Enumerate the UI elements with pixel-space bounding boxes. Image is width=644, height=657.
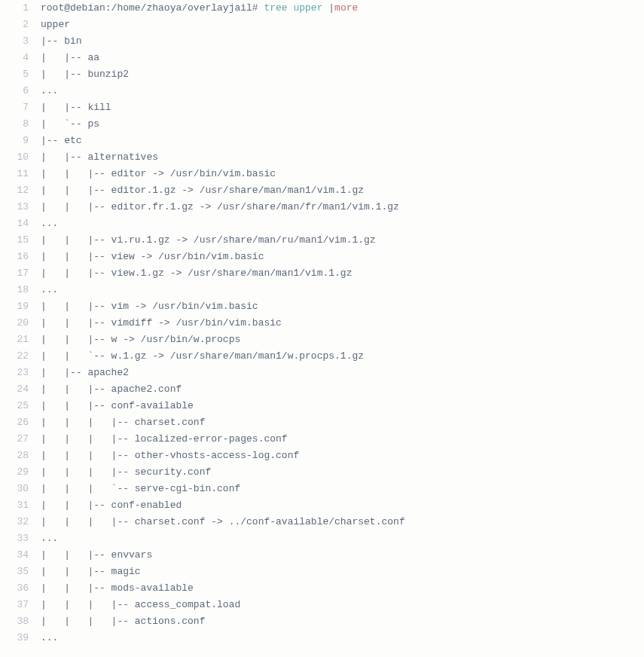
code-segment: | | |-- vi.ru.1.gz -> /usr/share/man/ru/… — [41, 234, 376, 246]
code-line: | | |-- view -> /usr/bin/vim.basic — [41, 249, 644, 265]
code-block: 1234567891011121314151617181920212223242… — [0, 0, 644, 646]
code-line: upper — [41, 17, 644, 33]
code-line: | | |-- vim -> /usr/bin/vim.basic — [41, 298, 644, 315]
code-segment: | | |-- w -> /usr/bin/w.procps — [41, 334, 240, 345]
code-segment: | | |-- view.1.gz -> /usr/share/man/man1… — [41, 267, 352, 279]
line-number: 22 — [0, 348, 29, 365]
code-line: | | |-- editor.1.gz -> /usr/share/man/ma… — [41, 182, 644, 199]
line-number: 3 — [0, 33, 29, 50]
line-number: 17 — [0, 265, 29, 282]
code-segment: | | | |-- charset.conf — [41, 417, 205, 428]
line-number: 33 — [0, 530, 29, 547]
line-number: 13 — [0, 199, 29, 215]
code-line: ... — [41, 83, 644, 99]
code-line: | | `-- w.1.gz -> /usr/share/man/man1/w.… — [41, 348, 644, 365]
code-segment: | |-- alternatives — [41, 151, 158, 163]
line-number: 29 — [0, 464, 29, 481]
code-segment: upper — [41, 19, 70, 30]
code-segment: | | |-- editor.1.gz -> /usr/share/man/ma… — [41, 185, 364, 196]
code-line: | | |-- editor -> /usr/bin/vim.basic — [41, 166, 644, 182]
code-segment: ... — [41, 632, 58, 643]
code-line: | |-- aa — [41, 50, 644, 66]
code-segment: | |-- bunzip2 — [41, 69, 129, 80]
code-segment: root@debian:/home/zhaoya/overlayjail# — [41, 2, 264, 14]
code-line: | | |-- editor.fr.1.gz -> /usr/share/man… — [41, 199, 644, 215]
code-segment: | | | |-- security.conf — [41, 466, 211, 478]
line-number: 11 — [0, 166, 29, 182]
line-number: 10 — [0, 149, 29, 166]
code-line: | | |-- mods-available — [41, 580, 644, 597]
code-segment: | `-- ps — [41, 118, 99, 130]
code-segment: |-- etc — [41, 135, 82, 146]
line-number: 4 — [0, 50, 29, 66]
line-number-gutter: 1234567891011121314151617181920212223242… — [0, 0, 35, 646]
code-segment: | | |-- vimdiff -> /usr/bin/vim.basic — [41, 317, 282, 328]
code-segment: | | |-- mods-available — [41, 582, 194, 594]
line-number: 18 — [0, 282, 29, 298]
line-number: 15 — [0, 232, 29, 249]
line-number: 19 — [0, 298, 29, 315]
line-number: 8 — [0, 116, 29, 133]
code-segment: | | | `-- serve-cgi-bin.conf — [41, 483, 240, 494]
code-segment: | | | |-- localized-error-pages.conf — [41, 433, 288, 445]
code-segment: tree upper — [264, 2, 328, 14]
line-number: 26 — [0, 414, 29, 431]
code-line: | | | |-- localized-error-pages.conf — [41, 431, 644, 448]
line-number: 27 — [0, 431, 29, 448]
code-line: | | |-- magic — [41, 564, 644, 580]
line-number: 16 — [0, 249, 29, 265]
line-number: 5 — [0, 66, 29, 83]
code-line: ... — [41, 630, 644, 646]
code-segment: | |-- kill — [41, 102, 111, 113]
code-line: | | |-- envvars — [41, 547, 644, 564]
line-number: 25 — [0, 398, 29, 414]
code-segment: | |-- aa — [41, 52, 99, 63]
code-segment: | — [328, 2, 334, 14]
code-line: | | | |-- access_compat.load — [41, 597, 644, 613]
code-line: | | |-- w -> /usr/bin/w.procps — [41, 332, 644, 348]
code-segment: | | |-- view -> /usr/bin/vim.basic — [41, 251, 264, 262]
line-number: 20 — [0, 315, 29, 332]
code-segment: more — [334, 2, 358, 14]
line-number: 23 — [0, 365, 29, 381]
code-segment: ... — [41, 284, 58, 295]
code-line: | |-- kill — [41, 99, 644, 116]
code-segment: | | |-- conf-enabled — [41, 500, 182, 511]
code-line: root@debian:/home/zhaoya/overlayjail# tr… — [41, 0, 644, 17]
code-line: | | | |-- security.conf — [41, 464, 644, 481]
line-number: 34 — [0, 547, 29, 564]
code-line: |-- etc — [41, 133, 644, 149]
code-segment: ... — [41, 218, 58, 229]
code-segment: | | |-- vim -> /usr/bin/vim.basic — [41, 301, 258, 312]
code-line: | |-- alternatives — [41, 149, 644, 166]
code-line: | | |-- vi.ru.1.gz -> /usr/share/man/ru/… — [41, 232, 644, 249]
code-segment: | | | |-- access_compat.load — [41, 599, 240, 610]
code-content: root@debian:/home/zhaoya/overlayjail# tr… — [35, 0, 644, 646]
code-line: | | | |-- actions.conf — [41, 613, 644, 630]
line-number: 21 — [0, 332, 29, 348]
line-number: 38 — [0, 613, 29, 630]
code-line: | | |-- conf-available — [41, 398, 644, 414]
code-line: | | | |-- charset.conf -> ../conf-availa… — [41, 514, 644, 530]
code-line: |-- bin — [41, 33, 644, 50]
code-segment: | |-- apache2 — [41, 367, 129, 378]
line-number: 39 — [0, 630, 29, 646]
line-number: 37 — [0, 597, 29, 613]
line-number: 6 — [0, 83, 29, 99]
line-number: 32 — [0, 514, 29, 530]
code-line: | | |-- conf-enabled — [41, 497, 644, 514]
code-segment: | | | |-- charset.conf -> ../conf-availa… — [41, 516, 405, 527]
line-number: 30 — [0, 481, 29, 497]
line-number: 36 — [0, 580, 29, 597]
code-segment: | | |-- apache2.conf — [41, 384, 182, 395]
code-segment: ... — [41, 533, 58, 544]
code-segment: | | | |-- actions.conf — [41, 616, 205, 627]
code-segment: | | |-- envvars — [41, 549, 152, 561]
code-line: | | |-- view.1.gz -> /usr/share/man/man1… — [41, 265, 644, 282]
code-segment: | | `-- w.1.gz -> /usr/share/man/man1/w.… — [41, 350, 364, 362]
code-segment: ... — [41, 85, 58, 96]
line-number: 31 — [0, 497, 29, 514]
line-number: 12 — [0, 182, 29, 199]
line-number: 28 — [0, 448, 29, 464]
code-line: | | | |-- charset.conf — [41, 414, 644, 431]
